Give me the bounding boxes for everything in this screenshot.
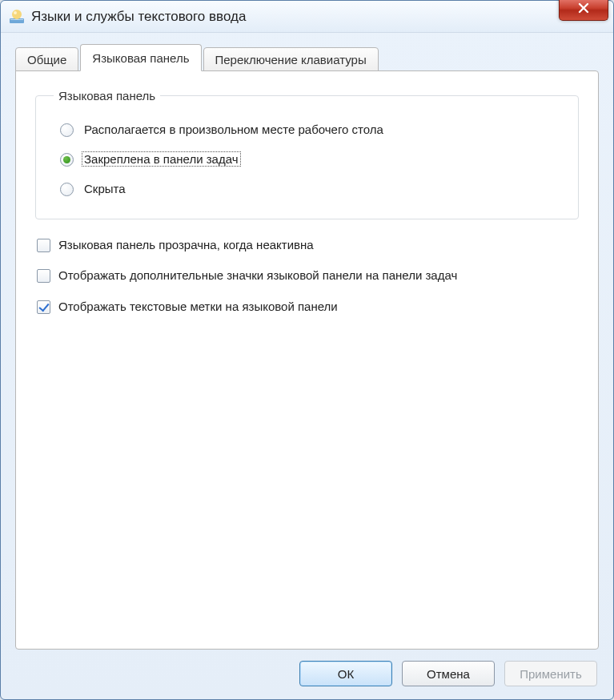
tab-keyboard-switching[interactable]: Переключение клавиатуры — [203, 47, 379, 71]
tab-langbar-label: Языковая панель — [92, 51, 189, 65]
client-area: Общие Языковая панель Переключение клави… — [1, 33, 613, 699]
cancel-button-label: Отмена — [427, 667, 470, 681]
close-icon — [577, 2, 590, 17]
radio-hidden-input[interactable] — [60, 183, 74, 196]
radio-docked[interactable]: Закреплена в панели задач — [60, 151, 560, 167]
radio-floating[interactable]: Располагается в произвольном месте рабоч… — [60, 122, 560, 137]
radio-floating-label: Располагается в произвольном месте рабоч… — [82, 122, 386, 137]
ok-button-label: ОК — [338, 667, 354, 681]
svg-rect-1 — [10, 19, 23, 20]
apply-button[interactable]: Применить — [504, 661, 597, 686]
checkbox-text-labels-label: Отображать текстовые метки на языковой п… — [58, 299, 338, 315]
tab-panel: Языковая панель Располагается в произвол… — [15, 70, 599, 650]
svg-point-3 — [14, 11, 17, 14]
radio-docked-input[interactable] — [60, 153, 74, 167]
svg-point-2 — [12, 10, 22, 19]
checkbox-extra-icons[interactable]: Отображать дополнительные значки языково… — [37, 268, 579, 284]
tabstrip: Общие Языковая панель Переключение клави… — [15, 44, 599, 71]
checkbox-extra-icons-label: Отображать дополнительные значки языково… — [58, 268, 457, 284]
tab-general[interactable]: Общие — [15, 47, 78, 71]
checkbox-transparent-label: Языковая панель прозрачна, когда неактив… — [58, 237, 314, 253]
checkbox-transparent-input[interactable] — [37, 239, 50, 252]
group-legend: Языковая панель — [54, 89, 160, 103]
app-icon — [9, 9, 25, 25]
radio-hidden-label: Скрыта — [82, 181, 128, 196]
radio-floating-input[interactable] — [60, 123, 74, 137]
tab-general-label: Общие — [27, 53, 66, 66]
checkbox-transparent[interactable]: Языковая панель прозрачна, когда неактив… — [37, 237, 579, 253]
tab-switching-label: Переключение клавиатуры — [215, 53, 367, 66]
checkbox-extra-icons-input[interactable] — [37, 269, 50, 283]
apply-button-label: Применить — [520, 667, 582, 681]
radio-docked-label: Закреплена в панели задач — [82, 151, 241, 167]
titlebar[interactable]: Языки и службы текстового ввода — [1, 1, 613, 33]
checkbox-text-labels-input[interactable] — [37, 300, 50, 314]
dialog-button-row: ОК Отмена Применить — [15, 650, 599, 688]
tab-language-bar[interactable]: Языковая панель — [80, 44, 201, 71]
radio-hidden[interactable]: Скрыта — [60, 181, 560, 196]
close-button[interactable] — [559, 0, 608, 21]
language-bar-group: Языковая панель Располагается в произвол… — [35, 89, 579, 219]
ok-button[interactable]: ОК — [299, 661, 392, 686]
window-title: Языки и службы текстового ввода — [31, 9, 605, 25]
cancel-button[interactable]: Отмена — [402, 661, 495, 686]
dialog-window: Языки и службы текстового ввода Общие Яз… — [0, 0, 614, 700]
checkbox-text-labels[interactable]: Отображать текстовые метки на языковой п… — [37, 299, 579, 315]
